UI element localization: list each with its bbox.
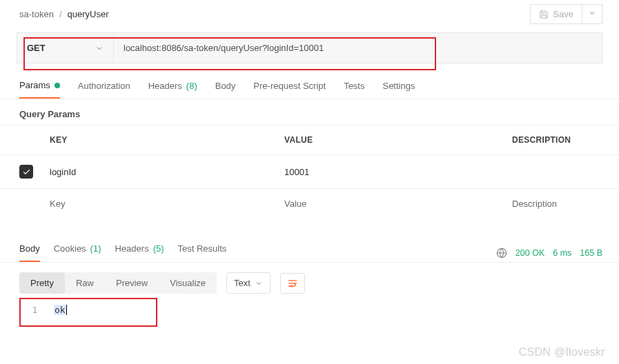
param-description[interactable] — [504, 155, 619, 189]
request-tabs: Params Authorization Headers (8) Body Pr… — [0, 63, 619, 99]
method-select[interactable]: GET — [17, 33, 114, 63]
tab-prerequest[interactable]: Pre-request Script — [253, 81, 326, 98]
request-url-row: GET localhost:8086/sa-token/queryUser?lo… — [17, 32, 602, 63]
response-tab-cookies[interactable]: Cookies (1) — [54, 243, 101, 262]
breadcrumb-separator: / — [59, 9, 62, 19]
view-tab-preview[interactable]: Preview — [105, 272, 159, 294]
col-description: DESCRIPTION — [504, 125, 619, 155]
query-params-table: KEY VALUE DESCRIPTION loginId 10001 Key … — [0, 125, 619, 219]
save-button[interactable]: Save — [530, 4, 582, 24]
param-value-placeholder[interactable]: Value — [276, 189, 504, 219]
save-button-label: Save — [553, 9, 573, 19]
breadcrumb: sa-token / queryUser — [19, 9, 108, 19]
save-icon — [539, 10, 549, 19]
tab-headers-label: Headers — [148, 81, 182, 91]
save-dropdown-button[interactable] — [582, 4, 602, 24]
param-key[interactable]: loginId — [41, 155, 276, 189]
chevron-down-icon — [588, 9, 596, 17]
breadcrumb-current: queryUser — [68, 9, 109, 19]
format-select[interactable]: Text — [226, 272, 271, 294]
col-value: VALUE — [276, 125, 504, 155]
tab-params-label: Params — [19, 80, 50, 90]
line-number: 1 — [25, 305, 37, 315]
response-tab-cookies-count: (1) — [90, 243, 101, 255]
table-row-empty: Key Value Description — [0, 189, 619, 219]
wrap-icon — [287, 279, 298, 288]
col-key: KEY — [41, 125, 276, 155]
url-input[interactable]: localhost:8086/sa-token/queryUser?loginI… — [114, 33, 602, 63]
query-params-header-row: KEY VALUE DESCRIPTION — [0, 125, 619, 155]
wrap-lines-button[interactable] — [280, 273, 305, 294]
tab-headers-count: (8) — [186, 81, 197, 91]
response-tab-test-results[interactable]: Test Results — [178, 243, 227, 262]
response-tab-cookies-label: Cookies — [54, 243, 86, 255]
response-tab-body[interactable]: Body — [19, 243, 40, 262]
response-view-row: Pretty Raw Preview Visualize Text — [0, 263, 619, 302]
query-params-title: Query Params — [0, 99, 619, 125]
param-value[interactable]: 10001 — [276, 155, 504, 189]
tab-body[interactable]: Body — [215, 81, 236, 98]
response-body-area[interactable]: 1 ok — [19, 302, 602, 319]
tab-params[interactable]: Params — [19, 80, 60, 99]
response-tabs: Body Cookies (1) Headers (5) Test Result… — [19, 243, 226, 262]
response-tabs-row: Body Cookies (1) Headers (5) Test Result… — [0, 219, 619, 263]
view-tabs: Pretty Raw Preview Visualize — [19, 272, 217, 294]
url-text: localhost:8086/sa-token/queryUser?loginI… — [124, 43, 324, 53]
view-tab-pretty[interactable]: Pretty — [19, 272, 65, 294]
param-description-placeholder[interactable]: Description — [504, 189, 619, 219]
watermark: CSDN @Iloveskr — [519, 346, 605, 358]
tab-tests[interactable]: Tests — [344, 81, 364, 98]
param-checkbox[interactable] — [19, 165, 33, 179]
view-tab-visualize[interactable]: Visualize — [159, 272, 217, 294]
code-line: 1 ok — [19, 302, 602, 319]
response-tab-headers[interactable]: Headers (5) — [115, 243, 164, 262]
breadcrumb-parent[interactable]: sa-token — [19, 9, 54, 19]
save-button-group: Save — [530, 4, 602, 24]
status-time: 6 ms — [553, 248, 571, 258]
response-status: 200 OK 6 ms 165 B — [496, 247, 602, 259]
params-indicator-dot — [55, 83, 60, 88]
check-icon — [22, 168, 31, 176]
tab-authorization[interactable]: Authorization — [78, 81, 130, 98]
globe-icon[interactable] — [496, 247, 507, 259]
chevron-down-icon — [255, 279, 263, 287]
param-key-placeholder[interactable]: Key — [41, 189, 276, 219]
status-code: 200 OK — [515, 248, 544, 258]
format-label: Text — [234, 278, 250, 288]
response-tab-headers-label: Headers — [115, 243, 149, 255]
view-tab-raw[interactable]: Raw — [65, 272, 105, 294]
response-tab-headers-count: (5) — [153, 243, 164, 255]
chevron-down-icon — [95, 44, 104, 52]
table-row: loginId 10001 — [0, 155, 619, 189]
status-size: 165 B — [580, 248, 602, 258]
code-text: ok — [54, 305, 67, 315]
tab-settings[interactable]: Settings — [382, 81, 415, 98]
method-label: GET — [27, 43, 46, 53]
tab-headers[interactable]: Headers (8) — [148, 81, 197, 98]
